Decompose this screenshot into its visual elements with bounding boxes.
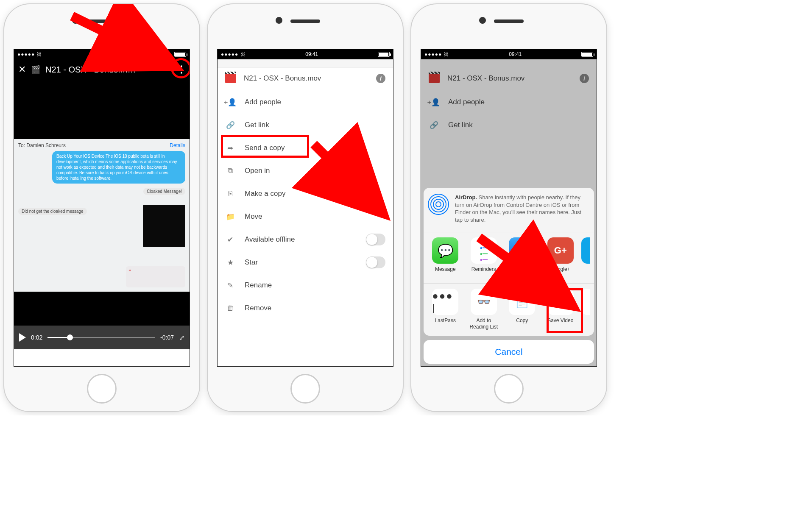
- mail-icon: ✉: [509, 237, 535, 264]
- menu-star[interactable]: ★ Star: [218, 251, 393, 274]
- app-googleplus[interactable]: G+ Google+: [543, 237, 578, 278]
- offline-toggle[interactable]: [366, 234, 385, 245]
- cancel-label: Cancel: [495, 347, 522, 357]
- partial-app-icon: [581, 237, 590, 264]
- menu-add-people[interactable]: +👤 Add people: [218, 91, 393, 114]
- menu-label: Available offline: [245, 235, 295, 244]
- preview-to-row: To: Damien Schreurs Details: [18, 142, 185, 148]
- more-icon[interactable]: ⋮: [177, 64, 185, 75]
- app-mail[interactable]: ✉ Mail: [505, 237, 540, 278]
- message-icon: 💬: [432, 237, 458, 264]
- status-time: 09:41: [305, 51, 318, 57]
- star-icon: ★: [225, 257, 235, 267]
- menu-send-copy[interactable]: ➦ Send a copy: [218, 136, 393, 159]
- menu-move[interactable]: 📁 Move: [218, 205, 393, 228]
- app-label: Google+: [551, 266, 570, 278]
- phone-2: ●●●●● ᯼ 09:41 N21 - OSX - Bonus.mov i +👤…: [208, 4, 403, 411]
- menu-available-offline[interactable]: ✔ Available offline: [218, 228, 393, 251]
- cancel-button[interactable]: Cancel: [424, 340, 594, 364]
- copy-pages-icon: 📄: [509, 289, 535, 315]
- play-icon[interactable]: [19, 333, 26, 342]
- menu-open-in[interactable]: ⧉ Open in: [218, 159, 393, 182]
- trash-icon: 🗑: [225, 303, 235, 313]
- video-preview: To: Damien Schreurs Details Back Up Your…: [14, 139, 190, 292]
- video-file-icon: [225, 74, 236, 83]
- seek-track[interactable]: [47, 337, 155, 338]
- action-label: LastPass: [435, 318, 456, 329]
- action-save-video[interactable]: Save Video: [543, 289, 578, 330]
- app-label: Message: [435, 266, 456, 278]
- info-icon[interactable]: i: [376, 74, 385, 83]
- drive-menu: +👤 Add people 🔗 Get link ➦ Send a copy ⧉…: [218, 89, 393, 321]
- battery-icon: [174, 52, 186, 57]
- front-camera: [72, 17, 79, 24]
- airdrop-text: AirDrop. Share instantly with people nea…: [455, 194, 590, 223]
- status-right: [378, 52, 390, 57]
- home-button[interactable]: [494, 374, 524, 404]
- airdrop-icon: [428, 194, 449, 215]
- menu-label: Make a copy: [245, 189, 285, 198]
- save-video-icon: [547, 289, 574, 315]
- app-message[interactable]: 💬 Message: [428, 237, 463, 278]
- cloaked-msg: Cloaked Message!: [143, 188, 185, 195]
- signal-icon: ●●●●● ᯼: [17, 51, 42, 57]
- divider: [424, 232, 594, 232]
- status-time: 09:41: [509, 51, 522, 57]
- share-sheet: AirDrop. Share instantly with people nea…: [424, 188, 594, 364]
- share-arrow-icon: ➦: [225, 143, 235, 153]
- menu-label: Star: [245, 258, 258, 267]
- dark-thumbnail: [143, 205, 185, 247]
- star-toggle[interactable]: [366, 256, 385, 268]
- divider: [424, 283, 594, 284]
- svg-point-5: [433, 199, 444, 209]
- screen-2: ●●●●● ᯼ 09:41 N21 - OSX - Bonus.mov i +👤…: [217, 49, 393, 367]
- action-row: ●●● | LastPass 👓 Add to Reading List 📄 C…: [428, 285, 590, 330]
- home-button[interactable]: [290, 374, 320, 404]
- app-label: Reminders: [471, 266, 496, 278]
- to-label: To: Damien Schreurs: [18, 142, 66, 148]
- status-bar: ●●●●● ᯼ 09:41: [14, 49, 190, 59]
- menu-label: Add people: [245, 98, 281, 106]
- menu-get-link[interactable]: 🔗 Get link: [218, 114, 393, 136]
- action-lastpass[interactable]: ●●● | LastPass: [428, 289, 463, 330]
- offline-icon: ✔: [225, 234, 235, 245]
- home-button[interactable]: [87, 374, 117, 404]
- video-title: N21 - OSX - Bonus.m…: [45, 65, 172, 75]
- signal-icon: ●●●●● ᯼: [221, 51, 246, 57]
- screen-1: ●●●●● ᯼ 09:41 ✕ 🎬 N21 - OSX - Bonus.m… ⋮…: [14, 49, 190, 367]
- action-copy[interactable]: 📄 Copy: [505, 289, 540, 330]
- phone-1: ●●●●● ᯼ 09:41 ✕ 🎬 N21 - OSX - Bonus.m… ⋮…: [4, 4, 199, 411]
- add-people-icon: +👤: [225, 97, 235, 107]
- action-label: Save Video: [547, 318, 573, 329]
- rename-icon: ✎: [225, 280, 235, 290]
- partial-action-icon: [581, 289, 590, 315]
- details-link: Details: [170, 142, 185, 148]
- menu-rename[interactable]: ✎ Rename: [218, 274, 393, 297]
- action-label: Add to Reading List: [466, 318, 502, 330]
- reminders-icon: ●━━●━━●━━●━━: [471, 237, 497, 264]
- close-icon[interactable]: ✕: [18, 64, 26, 75]
- action-partial: [581, 289, 590, 330]
- share-panel: AirDrop. Share instantly with people nea…: [424, 188, 594, 336]
- lastpass-icon: ●●● |: [432, 289, 458, 315]
- action-label: Copy: [516, 318, 528, 329]
- open-in-icon: ⧉: [225, 166, 235, 176]
- status-right: [581, 52, 593, 57]
- video-controls: 0:02 -0:07 ⤢: [14, 326, 190, 349]
- airdrop-row[interactable]: AirDrop. Share instantly with people nea…: [428, 194, 590, 223]
- menu-label: Send a copy: [245, 144, 285, 152]
- video-black-top: [14, 80, 190, 139]
- dimmed-header: [218, 59, 393, 68]
- front-camera: [276, 17, 282, 24]
- menu-remove[interactable]: 🗑 Remove: [218, 297, 393, 320]
- signal-icon: ●●●●● ᯼: [424, 51, 449, 57]
- speaker: [290, 19, 320, 23]
- action-reading-list[interactable]: 👓 Add to Reading List: [466, 289, 502, 330]
- status-right: [174, 52, 186, 57]
- svg-point-4: [436, 202, 441, 207]
- menu-make-copy[interactable]: ⎘ Make a copy: [218, 182, 393, 205]
- time-elapsed: 0:02: [31, 334, 42, 341]
- app-reminders[interactable]: ●━━●━━●━━●━━ Reminders: [466, 237, 502, 278]
- fullscreen-icon[interactable]: ⤢: [179, 334, 184, 342]
- status-bar: ●●●●● ᯼ 09:41: [421, 49, 597, 59]
